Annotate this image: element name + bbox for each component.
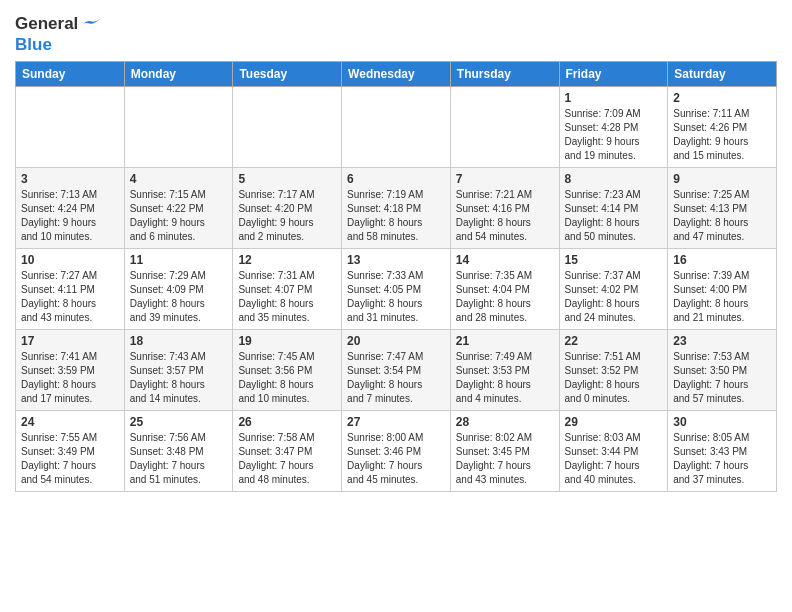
calendar-cell: 19Sunrise: 7:45 AM Sunset: 3:56 PM Dayli… [233,329,342,410]
day-number: 21 [456,334,554,348]
calendar-cell: 5Sunrise: 7:17 AM Sunset: 4:20 PM Daylig… [233,167,342,248]
calendar-cell [233,86,342,167]
calendar-cell: 2Sunrise: 7:11 AM Sunset: 4:26 PM Daylig… [668,86,777,167]
day-info: Sunrise: 7:35 AM Sunset: 4:04 PM Dayligh… [456,269,554,325]
day-number: 2 [673,91,771,105]
day-number: 3 [21,172,119,186]
day-info: Sunrise: 7:37 AM Sunset: 4:02 PM Dayligh… [565,269,663,325]
weekday-header-friday: Friday [559,61,668,86]
day-info: Sunrise: 7:29 AM Sunset: 4:09 PM Dayligh… [130,269,228,325]
day-number: 13 [347,253,445,267]
weekday-header-saturday: Saturday [668,61,777,86]
day-number: 12 [238,253,336,267]
calendar-cell: 12Sunrise: 7:31 AM Sunset: 4:07 PM Dayli… [233,248,342,329]
day-info: Sunrise: 8:05 AM Sunset: 3:43 PM Dayligh… [673,431,771,487]
day-number: 10 [21,253,119,267]
day-number: 27 [347,415,445,429]
day-number: 30 [673,415,771,429]
day-info: Sunrise: 7:25 AM Sunset: 4:13 PM Dayligh… [673,188,771,244]
calendar-cell: 6Sunrise: 7:19 AM Sunset: 4:18 PM Daylig… [342,167,451,248]
day-info: Sunrise: 7:56 AM Sunset: 3:48 PM Dayligh… [130,431,228,487]
day-info: Sunrise: 7:51 AM Sunset: 3:52 PM Dayligh… [565,350,663,406]
day-info: Sunrise: 7:19 AM Sunset: 4:18 PM Dayligh… [347,188,445,244]
day-number: 14 [456,253,554,267]
week-row-3: 10Sunrise: 7:27 AM Sunset: 4:11 PM Dayli… [16,248,777,329]
calendar-cell: 18Sunrise: 7:43 AM Sunset: 3:57 PM Dayli… [124,329,233,410]
day-info: Sunrise: 7:55 AM Sunset: 3:49 PM Dayligh… [21,431,119,487]
week-row-5: 24Sunrise: 7:55 AM Sunset: 3:49 PM Dayli… [16,410,777,491]
day-number: 15 [565,253,663,267]
day-number: 25 [130,415,228,429]
day-info: Sunrise: 7:49 AM Sunset: 3:53 PM Dayligh… [456,350,554,406]
calendar-cell: 30Sunrise: 8:05 AM Sunset: 3:43 PM Dayli… [668,410,777,491]
day-info: Sunrise: 8:03 AM Sunset: 3:44 PM Dayligh… [565,431,663,487]
day-info: Sunrise: 7:39 AM Sunset: 4:00 PM Dayligh… [673,269,771,325]
day-number: 24 [21,415,119,429]
day-number: 7 [456,172,554,186]
calendar-cell: 29Sunrise: 8:03 AM Sunset: 3:44 PM Dayli… [559,410,668,491]
calendar-cell: 4Sunrise: 7:15 AM Sunset: 4:22 PM Daylig… [124,167,233,248]
day-info: Sunrise: 7:33 AM Sunset: 4:05 PM Dayligh… [347,269,445,325]
calendar-cell: 13Sunrise: 7:33 AM Sunset: 4:05 PM Dayli… [342,248,451,329]
day-info: Sunrise: 7:23 AM Sunset: 4:14 PM Dayligh… [565,188,663,244]
day-info: Sunrise: 8:02 AM Sunset: 3:45 PM Dayligh… [456,431,554,487]
weekday-header-thursday: Thursday [450,61,559,86]
calendar-cell: 11Sunrise: 7:29 AM Sunset: 4:09 PM Dayli… [124,248,233,329]
day-info: Sunrise: 7:15 AM Sunset: 4:22 PM Dayligh… [130,188,228,244]
calendar-cell: 10Sunrise: 7:27 AM Sunset: 4:11 PM Dayli… [16,248,125,329]
day-number: 23 [673,334,771,348]
calendar-cell: 17Sunrise: 7:41 AM Sunset: 3:59 PM Dayli… [16,329,125,410]
day-info: Sunrise: 7:13 AM Sunset: 4:24 PM Dayligh… [21,188,119,244]
weekday-header-tuesday: Tuesday [233,61,342,86]
day-number: 16 [673,253,771,267]
day-number: 8 [565,172,663,186]
weekday-header-monday: Monday [124,61,233,86]
weekday-header-row: SundayMondayTuesdayWednesdayThursdayFrid… [16,61,777,86]
calendar-cell: 1Sunrise: 7:09 AM Sunset: 4:28 PM Daylig… [559,86,668,167]
calendar-cell [16,86,125,167]
day-number: 11 [130,253,228,267]
header: General Blue [15,10,777,55]
weekday-header-sunday: Sunday [16,61,125,86]
logo-blue: Blue [15,36,102,55]
calendar-cell [450,86,559,167]
day-number: 29 [565,415,663,429]
logo-bird-icon [80,14,102,36]
calendar-cell: 7Sunrise: 7:21 AM Sunset: 4:16 PM Daylig… [450,167,559,248]
calendar-cell: 28Sunrise: 8:02 AM Sunset: 3:45 PM Dayli… [450,410,559,491]
calendar-cell: 27Sunrise: 8:00 AM Sunset: 3:46 PM Dayli… [342,410,451,491]
calendar-cell: 3Sunrise: 7:13 AM Sunset: 4:24 PM Daylig… [16,167,125,248]
day-number: 19 [238,334,336,348]
day-number: 6 [347,172,445,186]
day-info: Sunrise: 7:09 AM Sunset: 4:28 PM Dayligh… [565,107,663,163]
day-number: 4 [130,172,228,186]
calendar-cell: 21Sunrise: 7:49 AM Sunset: 3:53 PM Dayli… [450,329,559,410]
day-info: Sunrise: 7:21 AM Sunset: 4:16 PM Dayligh… [456,188,554,244]
day-info: Sunrise: 7:27 AM Sunset: 4:11 PM Dayligh… [21,269,119,325]
day-number: 28 [456,415,554,429]
day-info: Sunrise: 7:53 AM Sunset: 3:50 PM Dayligh… [673,350,771,406]
logo: General Blue [15,14,102,55]
day-info: Sunrise: 7:58 AM Sunset: 3:47 PM Dayligh… [238,431,336,487]
day-info: Sunrise: 7:17 AM Sunset: 4:20 PM Dayligh… [238,188,336,244]
day-number: 1 [565,91,663,105]
calendar-cell: 9Sunrise: 7:25 AM Sunset: 4:13 PM Daylig… [668,167,777,248]
calendar-cell: 15Sunrise: 7:37 AM Sunset: 4:02 PM Dayli… [559,248,668,329]
calendar-cell: 26Sunrise: 7:58 AM Sunset: 3:47 PM Dayli… [233,410,342,491]
calendar-cell: 22Sunrise: 7:51 AM Sunset: 3:52 PM Dayli… [559,329,668,410]
calendar-cell: 24Sunrise: 7:55 AM Sunset: 3:49 PM Dayli… [16,410,125,491]
weekday-header-wednesday: Wednesday [342,61,451,86]
day-number: 17 [21,334,119,348]
calendar-cell: 8Sunrise: 7:23 AM Sunset: 4:14 PM Daylig… [559,167,668,248]
week-row-4: 17Sunrise: 7:41 AM Sunset: 3:59 PM Dayli… [16,329,777,410]
day-number: 18 [130,334,228,348]
day-number: 9 [673,172,771,186]
day-info: Sunrise: 7:43 AM Sunset: 3:57 PM Dayligh… [130,350,228,406]
day-info: Sunrise: 7:31 AM Sunset: 4:07 PM Dayligh… [238,269,336,325]
day-number: 20 [347,334,445,348]
calendar-table: SundayMondayTuesdayWednesdayThursdayFrid… [15,61,777,492]
calendar-cell: 16Sunrise: 7:39 AM Sunset: 4:00 PM Dayli… [668,248,777,329]
week-row-1: 1Sunrise: 7:09 AM Sunset: 4:28 PM Daylig… [16,86,777,167]
calendar-cell: 14Sunrise: 7:35 AM Sunset: 4:04 PM Dayli… [450,248,559,329]
calendar-cell [124,86,233,167]
